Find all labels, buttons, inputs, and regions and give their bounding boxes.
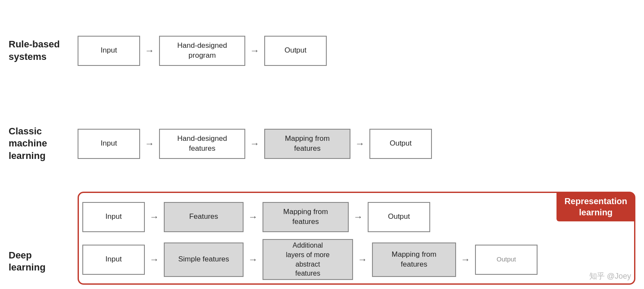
box-mapping-dl: Mapping fromfeatures <box>372 242 456 277</box>
red-section: Representationlearning Input → Features … <box>78 192 635 285</box>
arrow-rb-2: → <box>245 45 264 56</box>
box-input-rb: Input <box>78 36 140 66</box>
arrow-rl-2: → <box>244 211 263 223</box>
arrow-cml-3: → <box>350 138 369 149</box>
arrow-dl-1: → <box>145 254 164 265</box>
box-output-cml: Output <box>369 129 432 159</box>
box-hd-features: Hand-designedfeatures <box>159 129 245 159</box>
arrow-rl-1: → <box>145 211 164 223</box>
row-classic-ml: Classicmachinelearning Input → Hand-desi… <box>9 97 635 190</box>
row-representation: Input → Features → Mapping fromfeatures … <box>82 196 631 238</box>
box-abstract-features: Additionallayers of moreabstractfeatures <box>263 239 353 280</box>
boxes-classic-ml: Input → Hand-designedfeatures → Mapping … <box>78 129 635 159</box>
box-input-dl: Input <box>82 245 145 275</box>
box-output-rl: Output <box>368 202 430 232</box>
boxes-rule-based: Input → Hand-designedprogram → Output <box>78 36 635 66</box>
arrow-rl-3: → <box>349 211 368 223</box>
arrow-dl-2: → <box>244 254 263 265</box>
box-mapping-rl: Mapping fromfeatures <box>263 202 349 232</box>
arrow-dl-4: → <box>456 254 475 265</box>
label-classic-ml: Classicmachinelearning <box>9 125 78 162</box>
box-output-rb: Output <box>264 36 327 66</box>
box-simple-features: Simple features <box>164 242 244 277</box>
row-deep-learning: Input → Simple features → Additionallaye… <box>82 238 631 281</box>
boxes-deep-learning: Input → Simple features → Additionallaye… <box>82 239 631 280</box>
box-input-rl: Input <box>82 202 145 232</box>
diagram: Rule-basedsystems Input → Hand-designedp… <box>0 0 644 289</box>
label-representation-learning: Representationlearning <box>556 192 635 221</box>
boxes-representation: Input → Features → Mapping fromfeatures … <box>82 202 631 232</box>
arrow-dl-3: → <box>353 254 372 265</box>
box-mapping-cml: Mapping fromfeatures <box>264 129 350 159</box>
box-program: Hand-designedprogram <box>159 36 245 66</box>
label-rule-based: Rule-basedsystems <box>9 38 78 63</box>
arrow-rb-1: → <box>140 45 159 56</box>
arrow-cml-2: → <box>245 138 264 149</box>
box-output-dl: Output <box>475 245 538 275</box>
box-input-cml: Input <box>78 129 140 159</box>
arrow-cml-1: → <box>140 138 159 149</box>
row-rule-based: Rule-basedsystems Input → Hand-designedp… <box>9 4 635 97</box>
label-deep-learning: Deeplearning <box>9 238 78 285</box>
box-features-rl: Features <box>164 202 244 232</box>
